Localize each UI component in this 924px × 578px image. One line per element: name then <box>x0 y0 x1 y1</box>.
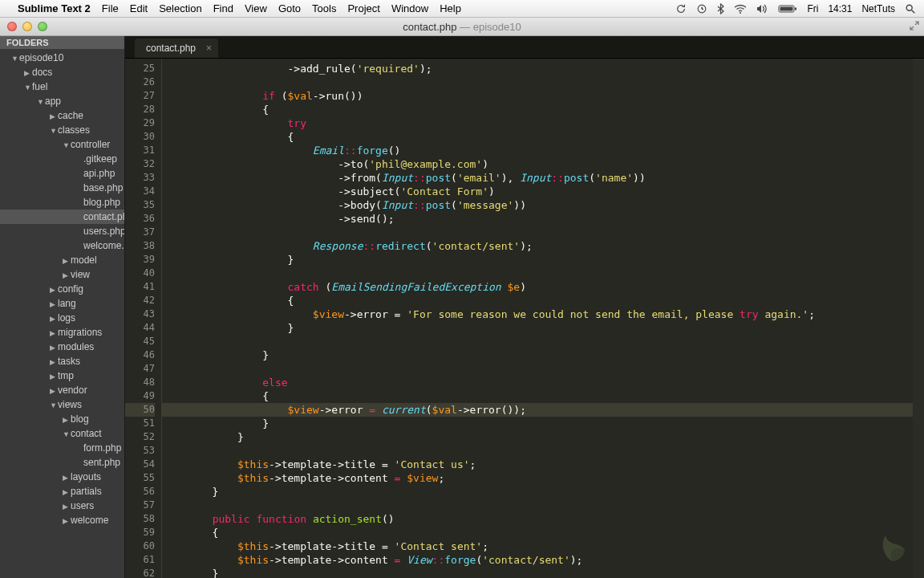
code-line: { <box>162 389 924 403</box>
tree-file[interactable]: ▶sent.php <box>0 455 124 470</box>
tree-folder[interactable]: ▶cache <box>0 108 124 123</box>
tree-folder[interactable]: ▶modules <box>0 340 124 354</box>
tree-folder[interactable]: ▶layouts <box>0 470 124 484</box>
menu-project[interactable]: Project <box>347 2 379 14</box>
tree-file[interactable]: ▶form.php <box>0 441 124 455</box>
tree-folder[interactable]: ▶users <box>0 499 124 513</box>
tree-folder[interactable]: ▶config <box>0 282 124 296</box>
window-titlebar: contact.php — episode10 <box>0 18 924 36</box>
line-number: 44 <box>125 321 155 335</box>
code-text[interactable]: ->add_rule('required'); if ($val->run())… <box>162 59 924 578</box>
bluetooth-icon[interactable] <box>717 3 724 14</box>
folders-sidebar: FOLDERS ▼episode10▶docs▼fuel▼app▶cache▼c… <box>0 36 125 578</box>
tree-folder[interactable]: ▼controller <box>0 137 124 152</box>
tree-folder[interactable]: ▶logs <box>0 311 124 325</box>
disclosure-closed-icon: ▶ <box>63 503 71 511</box>
wifi-icon[interactable] <box>734 4 747 14</box>
tree-folder[interactable]: ▼classes <box>0 123 124 137</box>
tree-file[interactable]: ▶.gitkeep <box>0 152 124 166</box>
tree-label: users <box>71 500 94 511</box>
menu-selection[interactable]: Selection <box>159 2 201 14</box>
tree-label: blog <box>71 413 89 425</box>
tree-folder[interactable]: ▶migrations <box>0 325 124 340</box>
clock-day[interactable]: Fri <box>807 3 818 14</box>
line-number: 34 <box>125 185 155 198</box>
code-line: { <box>162 130 924 144</box>
line-number: 40 <box>125 267 155 280</box>
minimap[interactable] <box>913 59 924 578</box>
code-line: else <box>162 376 924 389</box>
disclosure-open-icon: ▼ <box>37 98 45 106</box>
disclosure-open-icon: ▼ <box>50 127 58 135</box>
menu-window[interactable]: Window <box>391 2 428 14</box>
tree-file[interactable]: ▶blog.php <box>0 195 124 210</box>
window-title-sep: — <box>456 21 472 33</box>
code-line: { <box>162 103 924 116</box>
tree-folder[interactable]: ▼views <box>0 397 124 412</box>
line-number: 57 <box>125 499 155 512</box>
tree-file[interactable]: ▶users.php <box>0 224 124 238</box>
tree-folder[interactable]: ▶model <box>0 253 124 267</box>
tree-file[interactable]: ▶base.php <box>0 181 124 195</box>
menu-help[interactable]: Help <box>440 2 461 14</box>
tree-folder[interactable]: ▶tasks <box>0 354 124 368</box>
tree-folder[interactable]: ▶blog <box>0 412 124 426</box>
line-number: 30 <box>125 130 155 144</box>
menu-view[interactable]: View <box>245 2 267 14</box>
code-editor[interactable]: 2526272829303132333435363738394041424344… <box>125 59 924 578</box>
battery-icon[interactable] <box>778 4 797 14</box>
tree-folder[interactable]: ▼contact <box>0 426 124 441</box>
tab-close-icon[interactable]: × <box>206 43 212 54</box>
code-line: try <box>162 116 924 130</box>
disclosure-closed-icon: ▶ <box>50 344 58 352</box>
code-line: $view->error = current($val->error()); <box>162 403 924 417</box>
tree-folder[interactable]: ▼episode10 <box>0 51 124 65</box>
tab-contact-php[interactable]: contact.php × <box>135 39 218 58</box>
app-name[interactable]: Sublime Text 2 <box>18 2 91 14</box>
time-machine-icon[interactable] <box>696 3 707 14</box>
clock-time[interactable]: 14:31 <box>828 3 852 14</box>
window-title: contact.php — episode10 <box>0 21 924 33</box>
tree-file[interactable]: ▶api.php <box>0 166 124 181</box>
tree-folder[interactable]: ▼fuel <box>0 79 124 94</box>
tree-label: form.php <box>83 442 121 454</box>
tree-folder[interactable]: ▶partials <box>0 484 124 499</box>
code-line: if ($val->run()) <box>162 89 924 103</box>
tree-folder[interactable]: ▶welcome <box>0 513 124 527</box>
tree-folder[interactable]: ▶docs <box>0 65 124 79</box>
code-line: $this->template->title = 'Contact sent'; <box>162 539 924 553</box>
app-main: FOLDERS ▼episode10▶docs▼fuel▼app▶cache▼c… <box>0 36 924 578</box>
line-number: 47 <box>125 362 155 376</box>
code-line: { <box>162 526 924 539</box>
tree-folder[interactable]: ▶tmp <box>0 368 124 383</box>
tree-label: vendor <box>58 385 87 396</box>
menu-goto[interactable]: Goto <box>278 2 301 14</box>
tree-folder[interactable]: ▼app <box>0 94 124 108</box>
spotlight-icon[interactable] <box>905 3 916 14</box>
tree-label: fuel <box>32 81 47 92</box>
tree-folder[interactable]: ▶vendor <box>0 383 124 397</box>
menu-find[interactable]: Find <box>213 2 233 14</box>
sidebar-heading: FOLDERS <box>0 36 124 49</box>
disclosure-open-icon: ▼ <box>50 401 58 409</box>
tree-file[interactable]: ▶welcome.php <box>0 238 124 253</box>
menubar-nettuts[interactable]: NetTuts <box>861 3 895 14</box>
code-line: $this->template->content = View::forge('… <box>162 553 924 567</box>
menu-edit[interactable]: Edit <box>130 2 148 14</box>
tree-label: tmp <box>58 370 74 381</box>
tree-folder[interactable]: ▶view <box>0 267 124 282</box>
code-line: ->subject('Contact Form') <box>162 185 924 198</box>
tree-label: welcome <box>71 515 108 526</box>
tree-folder[interactable]: ▶lang <box>0 296 124 311</box>
tree-label: model <box>71 254 97 266</box>
menu-tools[interactable]: Tools <box>312 2 336 14</box>
tree-label: .gitkeep <box>83 153 117 165</box>
window-expand-icon[interactable] <box>910 21 919 33</box>
line-number: 41 <box>125 280 155 294</box>
tab-bar: contact.php × <box>125 36 924 59</box>
menu-file[interactable]: File <box>102 2 119 14</box>
volume-icon[interactable] <box>756 4 768 14</box>
tree-file[interactable]: ▶contact.php <box>0 210 124 224</box>
sync-icon[interactable] <box>675 3 687 14</box>
nettuts-logo-icon <box>874 529 910 567</box>
